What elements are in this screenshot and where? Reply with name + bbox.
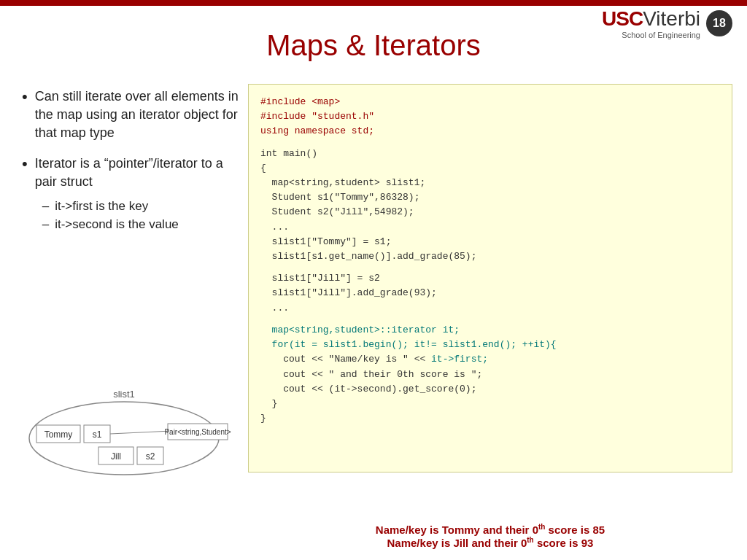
code-line-7: Student s1("Tommy",86328);	[260, 190, 720, 205]
svg-text:Jill: Jill	[111, 451, 121, 462]
output-area: Name/key is Tommy and their 0th score is…	[248, 523, 732, 549]
code-line-8: Student s2("Jill",54982);	[260, 205, 720, 219]
svg-text:s1: s1	[93, 429, 102, 440]
code-line-2: #include "student.h"	[260, 109, 720, 124]
code-line-1: #include <map>	[260, 95, 720, 109]
bullet-item-2: Iterator is a “pointer”/iterator to a pa…	[22, 155, 241, 234]
code-line-14: ...	[260, 301, 720, 316]
bullet-text-1: Can still iterate over all elements in t…	[35, 88, 241, 143]
th-sup-2: th	[527, 536, 533, 544]
diagram-svg: slist1 Tommy s1 Jill s2 Pair<string,Stud…	[15, 381, 233, 476]
code-line-11: slist1[s1.get_name()].add_grade(85);	[260, 249, 720, 264]
sub-item-2: it->second is the value	[42, 215, 241, 234]
logo-viterbi: Viterbi	[643, 7, 700, 30]
code-line-15: map<string,student>::iterator it;	[260, 323, 720, 338]
code-line-17: cout << "Name/key is " << it->first;	[260, 352, 720, 367]
bullet-text-2: Iterator is a “pointer”/iterator to a pa…	[35, 156, 223, 189]
diagram-area: slist1 Tommy s1 Jill s2 Pair<string,Stud…	[15, 381, 233, 476]
code-blank-3	[260, 316, 720, 323]
output-line-1: Name/key is Tommy and their 0th score is…	[248, 523, 732, 536]
code-line-21: }	[260, 411, 720, 426]
code-line-10: slist1["Tommy"] = s1;	[260, 235, 720, 249]
code-line-20: }	[260, 397, 720, 411]
slide-title: Maps & Iterators	[0, 29, 747, 62]
code-line-4: int main()	[260, 147, 720, 161]
code-line-18: cout << " and their 0th score is ";	[260, 368, 720, 382]
code-line-13: slist1["Jill"].add_grade(93);	[260, 286, 720, 300]
svg-text:Tommy: Tommy	[44, 429, 73, 440]
code-line-12: slist1["Jill"] = s2	[260, 271, 720, 286]
code-line-9: ...	[260, 220, 720, 235]
code-line-3: using namespace std;	[260, 124, 720, 139]
logo-usc-viterbi: USCViterbi	[602, 7, 700, 31]
logo-usc: USC	[602, 7, 643, 30]
bullet-list: Can still iterate over all elements in t…	[22, 88, 241, 234]
slist1-label: slist1	[113, 389, 135, 400]
header-bar	[0, 0, 747, 6]
svg-text:Pair<string,Student>: Pair<string,Student>	[164, 428, 231, 436]
code-line-5: {	[260, 161, 720, 176]
sub-text-1: it->first is the key	[55, 197, 148, 216]
code-blank-2	[260, 264, 720, 271]
code-line-6: map<string,student> slist1;	[260, 176, 720, 190]
sub-text-2: it->second is the value	[55, 215, 179, 234]
svg-line-9	[110, 431, 171, 434]
left-panel: Can still iterate over all elements in t…	[22, 88, 241, 246]
code-line-19: cout << (it->second).get_score(0);	[260, 382, 720, 397]
output-line-2: Name/key is Jill and their 0th score is …	[248, 536, 732, 549]
code-panel: #include <map> #include "student.h" usin…	[248, 84, 732, 472]
code-blank-1	[260, 139, 720, 146]
bullet-item-1: Can still iterate over all elements in t…	[22, 88, 241, 143]
code-line-16: for(it = slist1.begin(); it!= slist1.end…	[260, 338, 720, 352]
th-sup-1: th	[538, 523, 545, 531]
svg-text:s2: s2	[146, 451, 155, 462]
sub-list: it->first is the key it->second is the v…	[35, 197, 241, 234]
sub-item-1: it->first is the key	[42, 197, 241, 216]
bullet-item-2-content: Iterator is a “pointer”/iterator to a pa…	[35, 155, 241, 234]
